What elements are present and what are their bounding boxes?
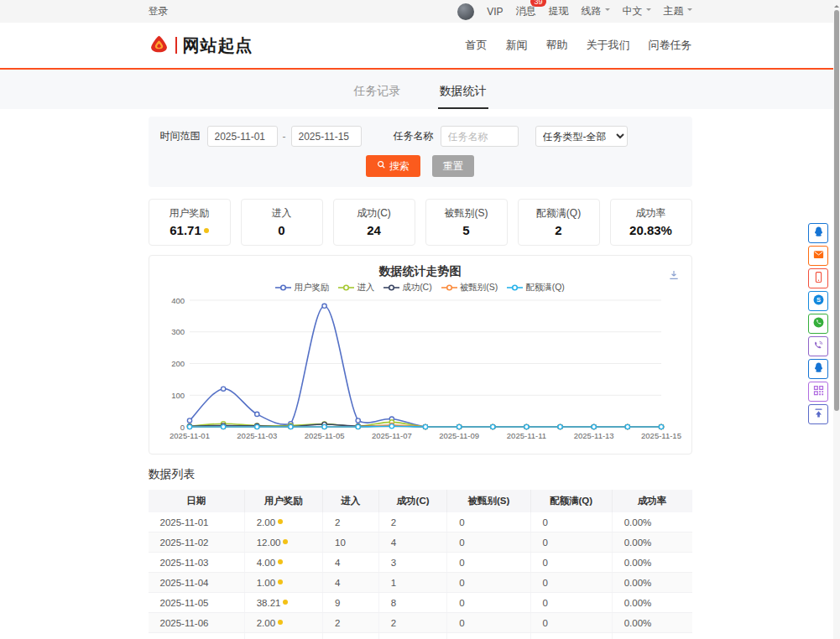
brand[interactable]: 网站起点 <box>149 34 253 58</box>
table-cell: 2025-11-06 <box>149 613 245 633</box>
table-cell: 4 <box>378 532 447 553</box>
language-dropdown[interactable]: 中文 <box>623 4 651 18</box>
float-sidebar: S <box>808 223 828 424</box>
stat-label: 进入 <box>242 206 322 221</box>
viber-button[interactable] <box>808 336 828 356</box>
table-cell: 2 <box>378 512 447 532</box>
mobile-icon <box>812 271 825 287</box>
viber-icon <box>812 339 825 355</box>
table-cell: 0 <box>447 593 530 613</box>
table-cell: 0.00% <box>612 593 691 613</box>
tab-bar: 任务记录数据统计 <box>0 70 840 109</box>
search-button[interactable]: 搜索 <box>366 155 420 177</box>
table-cell: 2025-11-03 <box>149 553 245 573</box>
brand-logo-icon <box>149 34 170 58</box>
skype-icon: S <box>812 294 825 309</box>
stat-card-2: 成功(C)24 <box>333 199 415 246</box>
table-cell: 0 <box>447 532 530 553</box>
skype-button[interactable]: S <box>808 291 828 311</box>
table-cell: 8 <box>378 593 447 613</box>
svg-text:2025-11-05: 2025-11-05 <box>304 431 344 440</box>
stat-card-4: 配额满(Q)2 <box>518 199 600 246</box>
table-cell: 0 <box>530 573 612 593</box>
date-to-input[interactable] <box>291 126 362 147</box>
table-cell: 2 <box>322 512 378 532</box>
col-header-6: 成功率 <box>612 490 691 512</box>
svg-text:0: 0 <box>180 423 184 432</box>
table-cell: 9 <box>322 593 378 613</box>
nav-item-1[interactable]: 新闻 <box>506 38 528 53</box>
back-to-top-button[interactable] <box>808 404 828 424</box>
qrcode-icon <box>812 384 825 400</box>
whatsapp-button[interactable] <box>808 314 828 334</box>
legend-item-4[interactable]: 配额满(Q) <box>507 282 565 294</box>
table-row: 2025-11-062.0022000.00% <box>149 613 692 633</box>
table-cell: 4 <box>322 553 378 573</box>
withdraw-link[interactable]: 提现 <box>549 4 569 18</box>
table-cell: 4 <box>322 573 378 593</box>
line-dropdown[interactable]: 线路 <box>582 4 610 18</box>
table-cell: 0 <box>447 613 530 633</box>
download-icon[interactable] <box>668 269 680 284</box>
date-from-input[interactable] <box>207 126 278 147</box>
scrollbar[interactable] <box>833 0 840 639</box>
stat-card-3: 被甄别(S)5 <box>425 199 508 246</box>
table-cell: 0.00% <box>612 573 691 593</box>
col-header-0: 日期 <box>149 490 245 512</box>
avatar[interactable] <box>457 3 474 20</box>
email-icon <box>812 248 825 264</box>
trend-chart[interactable]: 01002003004002025-11-012025-11-032025-11… <box>158 294 683 447</box>
qq2-button[interactable] <box>808 359 828 379</box>
stat-value: 24 <box>334 223 415 237</box>
legend-item-0[interactable]: 用户奖励 <box>275 282 329 294</box>
table-cell: 0 <box>447 553 530 573</box>
qq-button[interactable] <box>808 223 828 243</box>
theme-dropdown[interactable]: 主题 <box>664 4 692 18</box>
col-header-5: 配额满(Q) <box>530 490 612 512</box>
stat-label: 配额满(Q) <box>519 206 599 221</box>
table-cell: 10 <box>322 532 378 553</box>
tab-0[interactable]: 任务记录 <box>352 84 403 109</box>
legend-item-1[interactable]: 进入 <box>338 282 374 294</box>
col-header-3: 成功(C) <box>378 490 447 512</box>
tab-1[interactable]: 数据统计 <box>438 84 488 109</box>
table-header-row: 日期用户奖励进入成功(C)被甄别(S)配额满(Q)成功率 <box>149 490 692 512</box>
table-cell: 0.00% <box>612 553 691 573</box>
task-name-input[interactable] <box>441 126 519 147</box>
messages-badge: 39 <box>530 0 545 7</box>
vip-link[interactable]: VIP <box>487 6 503 18</box>
reset-button[interactable]: 重置 <box>432 155 474 177</box>
coin-icon <box>278 559 283 564</box>
qrcode-button[interactable] <box>808 382 828 402</box>
col-header-1: 用户奖励 <box>244 490 322 512</box>
nav-item-4[interactable]: 问卷任务 <box>649 38 692 53</box>
scroll-up-icon[interactable] <box>834 3 839 8</box>
svg-text:2025-11-11: 2025-11-11 <box>506 431 545 440</box>
scrollbar-thumb[interactable] <box>834 10 839 411</box>
brand-divider <box>175 37 177 54</box>
table-row: 2025-11-041.0041000.00% <box>149 573 692 593</box>
nav-item-3[interactable]: 关于我们 <box>587 38 630 53</box>
task-type-select[interactable]: 任务类型-全部 <box>535 126 628 147</box>
messages-link[interactable]: 消息 <box>516 5 536 17</box>
filter-panel: 时间范围 - 任务名称 任务类型-全部 搜索 重置 <box>149 117 692 187</box>
table-cell: 0 <box>530 532 612 553</box>
nav-item-0[interactable]: 首页 <box>466 38 488 53</box>
email-button[interactable] <box>808 246 828 266</box>
table-cell: 5 <box>447 633 530 639</box>
chart-card: 数据统计走势图 用户奖励进入成功(C)被甄别(S)配额满(Q) 01002003… <box>149 255 692 455</box>
stat-label: 被甄别(S) <box>426 206 507 221</box>
data-table: 日期用户奖励进入成功(C)被甄别(S)配额满(Q)成功率 2025-11-012… <box>149 490 692 639</box>
legend-item-3[interactable]: 被甄别(S) <box>441 282 498 294</box>
date-separator: - <box>283 131 286 143</box>
table-cell: 1.00 <box>244 573 322 593</box>
table-row: 2025-11-0212.00104000.00% <box>149 532 692 553</box>
caret-down-icon <box>687 8 692 13</box>
table-row: 2025-11-072.5015452125.00% <box>149 633 692 639</box>
chart-title: 数据统计走势图 <box>158 264 683 279</box>
nav-item-2[interactable]: 帮助 <box>546 38 568 53</box>
login-link[interactable]: 登录 <box>149 4 169 18</box>
mobile-button[interactable] <box>808 268 828 288</box>
legend-item-2[interactable]: 成功(C) <box>383 282 432 294</box>
table-cell: 2 <box>322 613 378 633</box>
